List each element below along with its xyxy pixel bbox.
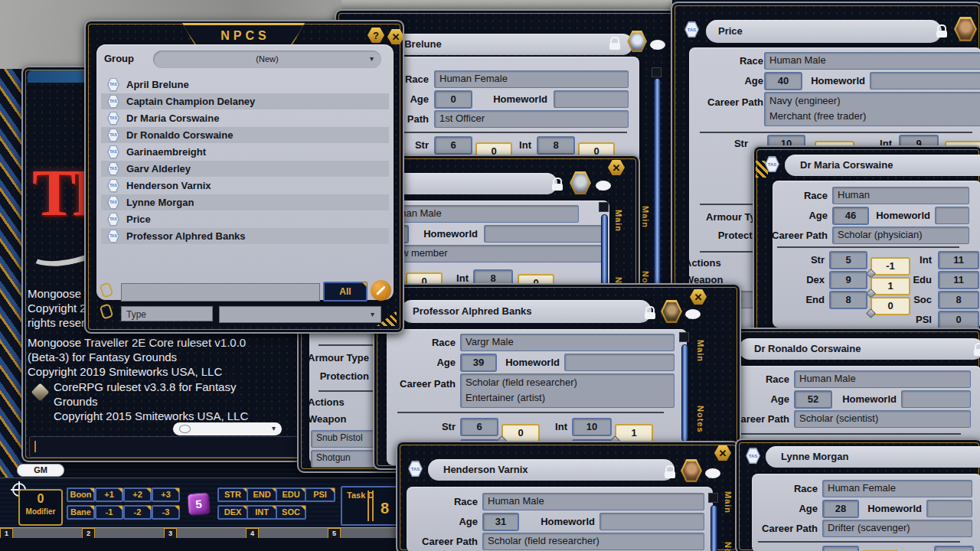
homeworld-field[interactable]	[935, 207, 969, 224]
age-field[interactable]: 0	[434, 90, 472, 109]
npc-list-item[interactable]: TAS Captain Champion Delaney	[101, 93, 389, 109]
weapon-item[interactable]: Snub Pistol	[311, 430, 381, 448]
homeworld-field[interactable]	[870, 72, 980, 90]
career-field[interactable]: Crew member	[380, 245, 603, 262]
tab-main[interactable]: Main	[724, 491, 733, 514]
homeworld-field[interactable]	[926, 500, 972, 517]
edu-value[interactable]: 11	[938, 271, 979, 289]
npc-name-field[interactable]: Dr Maria Corswaine	[785, 155, 980, 176]
soc-roll-button[interactable]: SOC	[276, 505, 306, 520]
npc-name-field[interactable]: Henderson Varnix	[428, 459, 675, 481]
portrait-icon[interactable]	[681, 459, 702, 482]
scrollbar[interactable]	[681, 344, 688, 442]
dex-value[interactable]: 9	[829, 271, 867, 289]
career-field[interactable]: Scholar (field researcher) Entertainer (…	[460, 373, 675, 408]
npc-list-item[interactable]: TAS Professor Alphred Banks	[101, 228, 389, 244]
close-icon[interactable]: ✕	[387, 29, 404, 44]
age-field[interactable]: 40	[764, 72, 802, 90]
chat-entry-input[interactable]	[29, 436, 331, 458]
pencil-icon[interactable]	[371, 280, 391, 301]
str-value[interactable]: 6	[460, 418, 498, 436]
plus3-button[interactable]: +3	[152, 487, 180, 502]
npc-list-item[interactable]: TAS Garv Alderley	[101, 161, 389, 177]
career-field[interactable]: 1st Officer	[434, 110, 629, 128]
str-value[interactable]: 5	[829, 251, 867, 269]
chat-bubble-icon[interactable]	[685, 309, 701, 319]
portrait-icon[interactable]	[661, 300, 682, 323]
race-field[interactable]: Human	[832, 187, 969, 204]
type-filter-dropdown[interactable]: ▾	[219, 306, 381, 323]
lock-icon[interactable]	[936, 24, 947, 37]
help-icon[interactable]: ?	[368, 28, 384, 43]
chat-bubble-icon[interactable]	[650, 40, 665, 50]
type-filter-field[interactable]: Type	[121, 306, 213, 321]
homeworld-field[interactable]	[901, 390, 971, 408]
race-field[interactable]: Human Male	[794, 370, 971, 388]
homeworld-field[interactable]	[554, 90, 629, 108]
group-dropdown[interactable]: (New) ▾	[153, 51, 381, 68]
minus1-button[interactable]: -1	[95, 505, 123, 520]
end-roll-button[interactable]: END	[247, 487, 277, 502]
race-field[interactable]: Human Male	[764, 52, 980, 70]
tab-main[interactable]: Main	[641, 206, 650, 228]
homeworld-field[interactable]	[599, 513, 704, 530]
plus2-button[interactable]: +2	[123, 487, 152, 502]
int-value[interactable]: 8	[934, 546, 974, 551]
career-field[interactable]: Scholar (physician)	[832, 227, 969, 244]
tab-notes[interactable]: Notes	[696, 406, 705, 433]
tas-icon[interactable]: TAS	[746, 448, 760, 464]
minus2-button[interactable]: -2	[123, 505, 152, 520]
tab-main[interactable]: Main	[614, 210, 623, 232]
portrait-icon[interactable]	[570, 171, 591, 194]
lock-icon[interactable]	[551, 178, 563, 191]
npc-list-item[interactable]: TAS Lynne Morgan	[101, 194, 389, 210]
age-field[interactable]: 31	[482, 513, 519, 531]
hotbar-slot-2[interactable]: 2	[82, 528, 95, 539]
str-roll-button[interactable]: STR	[217, 487, 248, 502]
career-field[interactable]: Scholar (field researcher)	[482, 533, 704, 550]
close-icon[interactable]: ✕	[690, 289, 707, 305]
psi-value[interactable]: 0	[938, 311, 979, 329]
npc-list-item[interactable]: TAS Garinaembreight	[101, 144, 389, 160]
npc-list-item[interactable]: TAS Dr Ronaldo Corswaine	[101, 127, 389, 143]
race-field[interactable]: Human Male	[482, 493, 704, 510]
career-field[interactable]: Navy (engineer) Merchant (free trader)	[764, 92, 980, 126]
npc-list-item[interactable]: TAS April Brelune	[101, 77, 389, 93]
d6-die-icon[interactable]: 5	[187, 492, 211, 516]
scrollbar-anchor[interactable]	[599, 202, 609, 212]
npc-list-item[interactable]: TAS Henderson Varnix	[101, 178, 389, 194]
str-mod[interactable]: 0	[501, 424, 540, 442]
chat-bubble-icon[interactable]	[596, 181, 611, 191]
lock-icon[interactable]	[664, 465, 675, 478]
dex-roll-button[interactable]: DEX	[217, 505, 248, 520]
race-field[interactable]: Human Female	[822, 480, 972, 497]
int-roll-button[interactable]: INT	[247, 505, 277, 520]
bane-button[interactable]: Bane	[67, 505, 95, 520]
age-field[interactable]: 46	[832, 207, 869, 225]
homeworld-field[interactable]	[564, 354, 675, 371]
hotbar-slot-5[interactable]: 5	[328, 528, 341, 539]
hotbar-slot-3[interactable]: 3	[164, 528, 177, 539]
hotbar-slot-4[interactable]: 4	[246, 528, 259, 539]
boon-button[interactable]: Boon	[67, 487, 95, 502]
homeworld-field[interactable]	[484, 225, 602, 243]
tas-icon[interactable]: TAS	[684, 21, 699, 37]
race-field[interactable]: Human Female	[434, 70, 629, 88]
str-value[interactable]: 6	[822, 546, 859, 551]
lock-icon[interactable]	[973, 343, 980, 356]
int-value[interactable]: 10	[572, 418, 612, 436]
str-value[interactable]: 6	[434, 136, 472, 155]
career-field[interactable]: Drifter (scavenger)	[822, 520, 972, 537]
int-value[interactable]: 11	[938, 251, 979, 269]
minus3-button[interactable]: -3	[152, 505, 180, 520]
race-field[interactable]: Human Male	[380, 205, 579, 223]
race-field[interactable]: Vargr Male	[460, 334, 675, 351]
search-input[interactable]	[121, 283, 320, 302]
npc-name-field[interactable]: Professor Alphred Banks	[400, 300, 652, 323]
lock-icon[interactable]	[609, 37, 620, 50]
npc-name-field[interactable]: Dr Ronaldo Corswaine	[739, 338, 980, 360]
tab-notes[interactable]: Notes	[724, 542, 733, 551]
npc-name-field[interactable]: Price	[706, 20, 942, 43]
npc-name-field[interactable]: Lynne Morgan	[766, 446, 980, 468]
soc-value[interactable]: 8	[938, 291, 979, 309]
